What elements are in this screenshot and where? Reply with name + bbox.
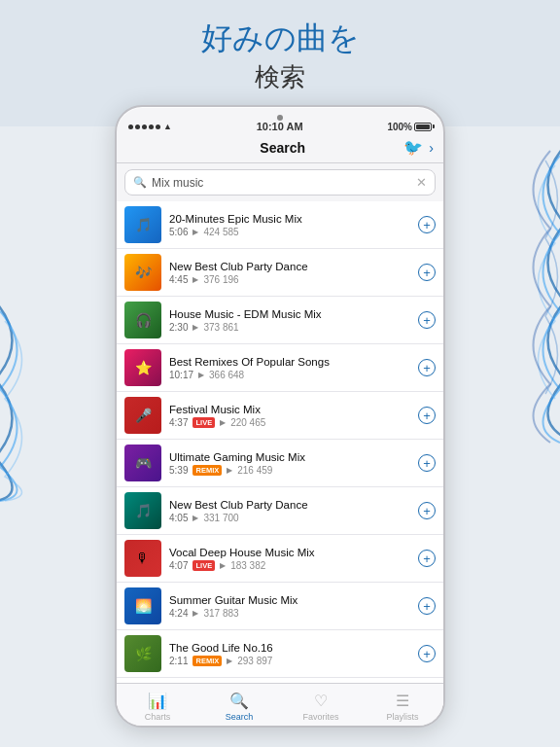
song-item-7[interactable]: 🎵 New Best Club Party Dance 4:05 ▶ 331 7… xyxy=(117,487,443,535)
song-duration: 4:07 xyxy=(169,560,188,571)
play-icon: ▶ xyxy=(192,323,198,332)
add-song-button[interactable]: + xyxy=(418,216,436,233)
song-title: Summer Guitar Music Mix xyxy=(169,594,412,606)
song-info: New Best Club Party Dance 4:05 ▶ 331 700 xyxy=(169,499,412,523)
forward-icon[interactable]: › xyxy=(429,140,434,156)
song-plays: 424 585 xyxy=(203,227,238,237)
song-info: 20-Minutes Epic Music Mix 5:06 ▶ 424 585 xyxy=(169,213,412,237)
song-plays: 376 196 xyxy=(203,274,238,285)
wifi-icon: ▲ xyxy=(163,122,172,131)
song-meta: 4:24 ▶ 317 883 xyxy=(169,608,412,619)
add-song-button[interactable]: + xyxy=(418,311,436,329)
song-item-1[interactable]: 🎵 20-Minutes Epic Music Mix 5:06 ▶ 424 5… xyxy=(117,201,443,249)
tab-charts[interactable]: 📊 Charts xyxy=(117,688,198,722)
play-icon: ▶ xyxy=(198,371,204,379)
play-icon: ▶ xyxy=(192,275,198,284)
thumb-bg: 🌅 xyxy=(124,587,161,624)
tab-label-search: Search xyxy=(226,712,254,722)
song-info: House Music - EDM Music Mix 2:30 ▶ 373 8… xyxy=(169,308,412,333)
remix-badge: REMIX xyxy=(192,656,222,666)
song-plays: 366 648 xyxy=(209,370,244,380)
bird-icon[interactable]: 🐦 xyxy=(403,138,423,157)
song-info: Ultimate Gaming Music Mix 5:39 REMIX ▶ 2… xyxy=(169,451,412,476)
song-title: Vocal Deep House Music Mix xyxy=(169,547,412,558)
title-line2: 検索 xyxy=(0,60,560,94)
song-plays: 331 700 xyxy=(203,513,238,523)
song-duration: 4:24 xyxy=(169,608,188,619)
tab-search[interactable]: 🔍 Search xyxy=(198,688,280,722)
tab-favorites[interactable]: ♡ Favorites xyxy=(280,688,362,722)
add-song-button[interactable]: + xyxy=(418,597,436,615)
add-song-button[interactable]: + xyxy=(418,454,436,472)
song-thumbnail: 🎮 xyxy=(124,445,161,481)
song-title: House Music - EDM Music Mix xyxy=(169,308,412,320)
song-item-3[interactable]: 🎧 House Music - EDM Music Mix 2:30 ▶ 373… xyxy=(117,297,443,344)
add-song-button[interactable]: + xyxy=(418,264,436,281)
song-item-2[interactable]: 🎶 New Best Club Party Dance 4:45 ▶ 376 1… xyxy=(117,249,443,297)
add-song-button[interactable]: + xyxy=(418,359,436,376)
song-thumbnail: 🎶 xyxy=(124,254,161,291)
song-item-5[interactable]: 🎤 Festival Music Mix 4:37 LIVE ▶ 220 465… xyxy=(117,392,443,440)
wave-decoration-right xyxy=(511,136,560,447)
song-meta: 2:30 ▶ 373 861 xyxy=(169,322,412,333)
song-item-9[interactable]: 🌅 Summer Guitar Music Mix 4:24 ▶ 317 883… xyxy=(117,583,443,630)
play-icon: ▶ xyxy=(220,561,226,570)
add-song-button[interactable]: + xyxy=(418,502,436,519)
phone-frame: ▲ 10:10 AM 100% Search 🐦 › 🔍 Mix music ✕ xyxy=(115,105,445,728)
play-icon: ▶ xyxy=(227,466,232,475)
status-right: 100% xyxy=(387,122,432,132)
tab-icon-charts: 📊 xyxy=(148,692,167,710)
song-plays: 317 883 xyxy=(203,608,238,619)
search-bar[interactable]: 🔍 Mix music ✕ xyxy=(124,169,436,196)
song-thumbnail: 🎤 xyxy=(124,397,161,434)
song-thumbnail: 🎵 xyxy=(124,206,161,243)
song-plays: 220 465 xyxy=(230,417,265,428)
song-item-8[interactable]: 🎙 Vocal Deep House Music Mix 4:07 LIVE ▶… xyxy=(117,535,443,583)
song-plays: 216 459 xyxy=(237,465,272,476)
add-song-button[interactable]: + xyxy=(418,645,436,662)
song-item-10[interactable]: 🌿 The Good Life No.16 2:11 REMIX ▶ 293 8… xyxy=(117,630,443,678)
play-icon: ▶ xyxy=(192,514,198,522)
song-thumbnail: ⭐ xyxy=(124,349,161,386)
song-item-4[interactable]: ⭐ Best Remixes Of Popular Songs 10:17 ▶ … xyxy=(117,344,443,392)
song-duration: 4:05 xyxy=(169,513,188,523)
tab-playlists[interactable]: ☰ Playlists xyxy=(362,688,443,722)
song-thumbnail: 🌿 xyxy=(124,635,161,672)
live-badge: LIVE xyxy=(192,560,215,571)
signal-dot-2 xyxy=(135,124,140,129)
song-meta: 4:37 LIVE ▶ 220 465 xyxy=(169,417,412,428)
song-thumbnail: 🎧 xyxy=(124,302,161,338)
battery-percent: 100% xyxy=(387,122,412,132)
status-time: 10:10 AM xyxy=(257,121,303,132)
status-bar: ▲ 10:10 AM 100% xyxy=(117,107,443,136)
song-item-6[interactable]: 🎮 Ultimate Gaming Music Mix 5:39 REMIX ▶… xyxy=(117,440,443,487)
nav-bar: Search 🐦 › xyxy=(117,136,443,163)
signal-dot-5 xyxy=(156,124,160,129)
song-meta: 4:07 LIVE ▶ 183 382 xyxy=(169,560,412,571)
thumb-bg: 🎤 xyxy=(124,397,161,434)
song-meta: 4:05 ▶ 331 700 xyxy=(169,513,412,523)
search-clear-button[interactable]: ✕ xyxy=(416,175,427,190)
title-line1: 好みの曲を xyxy=(0,18,560,60)
battery-icon xyxy=(414,123,432,131)
tab-icon-favorites: ♡ xyxy=(314,692,328,710)
song-title: Ultimate Gaming Music Mix xyxy=(169,451,412,463)
thumb-bg: 🎵 xyxy=(124,206,161,243)
song-title: New Best Club Party Dance xyxy=(169,261,412,272)
song-info: New Best Club Party Dance 4:45 ▶ 376 196 xyxy=(169,261,412,285)
add-song-button[interactable]: + xyxy=(418,407,436,424)
live-badge: LIVE xyxy=(192,417,215,428)
song-plays: 373 861 xyxy=(203,322,238,333)
phone-content: ▲ 10:10 AM 100% Search 🐦 › 🔍 Mix music ✕ xyxy=(117,107,443,726)
thumb-bg: 🎧 xyxy=(124,302,161,338)
song-thumbnail: 🎵 xyxy=(124,492,161,529)
song-duration: 4:37 xyxy=(169,417,188,428)
song-duration: 10:17 xyxy=(169,370,193,380)
battery-fill xyxy=(416,124,430,129)
thumb-bg: 🌿 xyxy=(124,635,161,672)
song-meta: 5:39 REMIX ▶ 216 459 xyxy=(169,465,412,476)
song-title: Festival Music Mix xyxy=(169,404,412,415)
thumb-bg: 🎵 xyxy=(124,492,161,529)
add-song-button[interactable]: + xyxy=(418,550,436,567)
song-info: The Good Life No.16 2:11 REMIX ▶ 293 897 xyxy=(169,642,412,666)
